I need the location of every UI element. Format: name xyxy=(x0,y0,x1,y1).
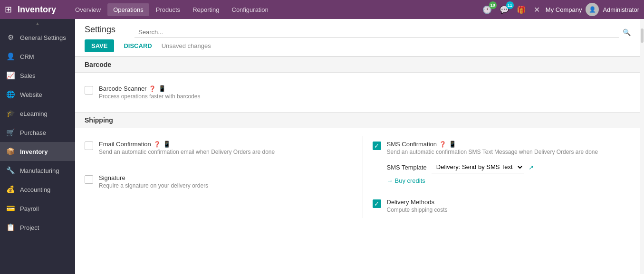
signature-label: Signature xyxy=(99,174,353,181)
signature-checkbox[interactable] xyxy=(85,175,93,184)
sidebar-label-purchase: Purchase xyxy=(20,129,46,136)
unsaved-changes-label: Unsaved changes xyxy=(162,42,211,49)
nav-configuration[interactable]: Configuration xyxy=(226,3,274,16)
barcode-scanner-info: Barcode Scanner ❓ 📱 Process operations f… xyxy=(99,85,631,100)
crm-icon: 👤 xyxy=(6,52,15,61)
sidebar-item-crm[interactable]: 👤 CRM xyxy=(0,47,75,66)
sidebar-item-purchase[interactable]: 🛒 Purchase xyxy=(0,123,75,142)
payroll-icon: 💳 xyxy=(6,204,15,213)
gift-icon: 🎁 xyxy=(517,6,526,14)
sidebar-label-sales: Sales xyxy=(20,72,36,79)
sidebar-item-sales[interactable]: 📈 Sales xyxy=(0,66,75,85)
sidebar-label-crm: CRM xyxy=(20,53,34,60)
activity-badge: 10 xyxy=(489,1,497,9)
sidebar-label-project: Project xyxy=(20,224,39,231)
email-confirmation-info: Email Confirmation ❓ 📱 Send an automatic… xyxy=(99,141,353,155)
purchase-icon: 🛒 xyxy=(6,128,15,137)
app-name: Inventory xyxy=(18,5,56,15)
sidebar-label-manufacturing: Manufacturing xyxy=(20,167,59,174)
sidebar-item-project[interactable]: 📋 Project xyxy=(0,218,75,237)
buy-credits-link[interactable]: → Buy credits xyxy=(387,177,631,184)
delivery-methods-label: Delivery Methods xyxy=(387,198,631,206)
email-confirmation-row: Email Confirmation ❓ 📱 Send an automatic… xyxy=(85,136,353,160)
sms-confirmation-desc: Send an automatic confirmation SMS Text … xyxy=(387,149,631,155)
nav-operations[interactable]: Operations xyxy=(107,3,149,16)
messages-icon-btn[interactable]: 💬 11 xyxy=(498,3,511,16)
sidebar-item-inventory[interactable]: 📦 Inventory xyxy=(0,142,75,161)
barcode-scanner-checkbox[interactable] xyxy=(85,86,93,94)
signature-info: Signature Require a signature on your de… xyxy=(99,174,353,189)
sidebar-label-website: Website xyxy=(20,91,42,98)
topbar: ⊞ Inventory Overview Operations Products… xyxy=(0,0,644,19)
scroll-up-indicator[interactable]: ▲ xyxy=(0,19,75,28)
shipping-section-header: Shipping xyxy=(75,112,640,128)
delivery-methods-checkbox[interactable]: ✓ xyxy=(373,199,381,208)
grid-menu-icon[interactable]: ⊞ xyxy=(5,4,12,15)
top-navigation: Overview Operations Products Reporting C… xyxy=(69,3,477,16)
sidebar-item-website[interactable]: 🌐 Website xyxy=(0,85,75,104)
manufacturing-icon: 🔧 xyxy=(6,166,15,175)
user-name[interactable]: Administrator xyxy=(603,6,639,13)
right-scrollbar[interactable] xyxy=(640,19,644,274)
email-conf-help-icon[interactable]: ❓ xyxy=(154,141,161,148)
sidebar-item-accounting[interactable]: 💰 Accounting xyxy=(0,180,75,199)
nav-products[interactable]: Products xyxy=(150,3,186,16)
shipping-section-body: Email Confirmation ❓ 📱 Send an automatic… xyxy=(75,128,640,226)
sms-confirmation-label: SMS Confirmation ❓ 📱 xyxy=(387,141,631,148)
save-button[interactable]: SAVE xyxy=(85,39,114,52)
email-confirmation-checkbox[interactable] xyxy=(85,142,93,150)
avatar[interactable]: 👤 xyxy=(586,3,599,16)
sms-confirmation-checkbox[interactable]: ✓ xyxy=(373,142,381,150)
page-title: Settings xyxy=(85,25,115,35)
sidebar: ▲ ⚙ General Settings 👤 CRM 📈 Sales 🌐 Web… xyxy=(0,19,75,274)
signature-desc: Require a signature on your delivery ord… xyxy=(99,182,353,189)
barcode-section-header: Barcode xyxy=(75,57,640,73)
sidebar-item-manufacturing[interactable]: 🔧 Manufacturing xyxy=(0,161,75,180)
close-icon-btn[interactable]: ✕ xyxy=(532,3,542,16)
delivery-methods-desc: Compute shipping costs xyxy=(387,207,631,213)
email-conf-mobile-icon: 📱 xyxy=(163,141,171,148)
barcode-scanner-row: Barcode Scanner ❓ 📱 Process operations f… xyxy=(85,80,631,104)
settings-content: Barcode Barcode Scanner ❓ 📱 Process oper… xyxy=(75,57,640,274)
nav-reporting[interactable]: Reporting xyxy=(187,3,225,16)
topbar-right: 🕐 10 💬 11 🎁 ✕ My Company 👤 Administrator xyxy=(481,3,639,16)
layout: ▲ ⚙ General Settings 👤 CRM 📈 Sales 🌐 Web… xyxy=(0,19,644,274)
sms-template-external-link-icon[interactable]: ↗ xyxy=(529,164,534,171)
sms-confirmation-info: SMS Confirmation ❓ 📱 Send an automatic c… xyxy=(387,141,631,184)
sms-template-select[interactable]: Delivery: Send by SMS Text xyxy=(432,161,524,173)
search-icon[interactable]: 🔍 xyxy=(623,28,631,36)
sidebar-label-inventory: Inventory xyxy=(20,148,48,155)
close-icon: ✕ xyxy=(534,6,540,14)
sidebar-item-elearning[interactable]: 🎓 eLearning xyxy=(0,104,75,123)
email-confirmation-label: Email Confirmation ❓ 📱 xyxy=(99,141,353,148)
website-icon: 🌐 xyxy=(6,90,15,99)
gift-icon-btn[interactable]: 🎁 xyxy=(515,3,528,16)
inventory-icon: 📦 xyxy=(6,147,15,156)
sms-conf-help-icon[interactable]: ❓ xyxy=(439,141,446,148)
nav-overview[interactable]: Overview xyxy=(69,3,106,16)
elearning-icon: 🎓 xyxy=(6,109,15,118)
barcode-section-body: Barcode Scanner ❓ 📱 Process operations f… xyxy=(75,73,640,112)
search-input[interactable] xyxy=(135,27,619,38)
company-name[interactable]: My Company xyxy=(546,6,582,13)
accounting-icon: 💰 xyxy=(6,185,15,194)
sidebar-label-elearning: eLearning xyxy=(20,110,48,117)
delivery-methods-row: ✓ Delivery Methods Compute shipping cost… xyxy=(373,194,631,218)
settings-header: Settings 🔍 SAVE DISCARD Unsaved changes xyxy=(75,19,640,57)
sidebar-item-general-settings[interactable]: ⚙ General Settings xyxy=(0,28,75,47)
signature-row: Signature Require a signature on your de… xyxy=(85,170,353,194)
sms-template-label: SMS Template xyxy=(387,164,427,171)
barcode-scanner-label: Barcode Scanner ❓ 📱 xyxy=(99,85,631,92)
shipping-right-col: ✓ SMS Confirmation ❓ 📱 Send an automatic… xyxy=(363,136,631,218)
sms-confirmation-row: ✓ SMS Confirmation ❓ 📱 Send an automatic… xyxy=(373,136,631,189)
settings-toolbar: SAVE DISCARD Unsaved changes xyxy=(85,39,631,52)
sales-icon: 📈 xyxy=(6,71,15,80)
discard-button[interactable]: DISCARD xyxy=(119,39,156,52)
sidebar-label-general-settings: General Settings xyxy=(20,34,66,41)
activity-icon-btn[interactable]: 🕐 10 xyxy=(481,3,494,16)
scrollbar-thumb xyxy=(641,28,644,43)
sidebar-item-payroll[interactable]: 💳 Payroll xyxy=(0,199,75,218)
barcode-scanner-help-icon[interactable]: ❓ xyxy=(149,85,156,92)
email-confirmation-desc: Send an automatic confirmation email whe… xyxy=(99,149,353,155)
shipping-left-col: Email Confirmation ❓ 📱 Send an automatic… xyxy=(85,136,353,218)
